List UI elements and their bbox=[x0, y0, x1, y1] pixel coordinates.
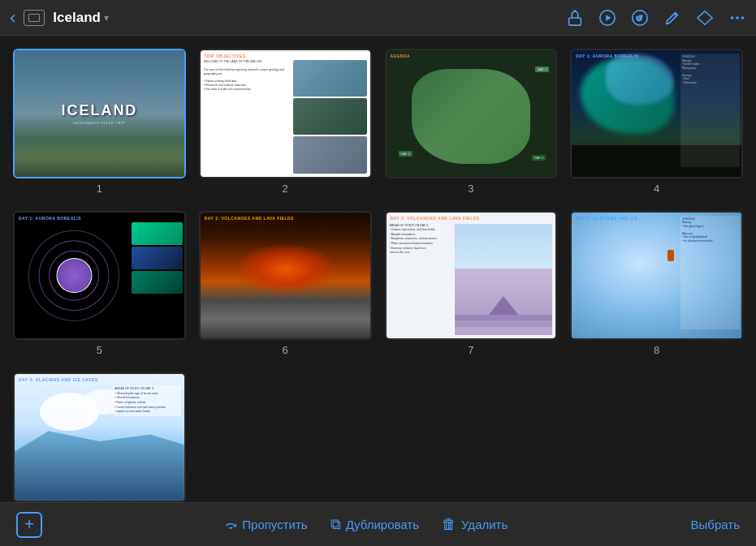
slide-thumbnail: DAY 3: GLACIERS AND ICE... SCHEDULEMorni… bbox=[570, 211, 743, 341]
skip-label: Пропустить bbox=[242, 518, 307, 531]
slide-thumbnail: AGENDA DAY 1 DAY 3 DAY 2 bbox=[385, 49, 558, 178]
svg-text:↺: ↺ bbox=[636, 13, 642, 22]
play-button[interactable] bbox=[598, 9, 616, 27]
presentation-title: Iceland bbox=[53, 10, 101, 26]
svg-point-7 bbox=[736, 16, 739, 19]
share-button[interactable] bbox=[566, 9, 584, 27]
slide-item[interactable]: DAY 3: GLACIERS AND ICE CAVES AREAS OF S… bbox=[13, 372, 186, 502]
slide-number: 7 bbox=[468, 344, 473, 356]
rewind-button[interactable]: ↺ bbox=[631, 9, 649, 27]
select-button[interactable]: Выбрать bbox=[691, 518, 740, 531]
slide-item[interactable]: DAY 2: VOLCANOES AND LAVA FIELDS 6 bbox=[199, 211, 372, 357]
slide-number: 3 bbox=[468, 183, 473, 195]
view-toggle-icon bbox=[28, 14, 40, 22]
slide-8-sidebar: SCHEDULEMorning:• See glacial lagoonAfte… bbox=[680, 216, 740, 329]
slide-number: 2 bbox=[283, 183, 288, 195]
slide-thumbnail: DAY 1: AURORA BOREALIS SCHEDULEMorning:•… bbox=[570, 49, 743, 178]
back-button[interactable]: ‹ bbox=[10, 9, 15, 27]
slide-6-title: DAY 2: VOLCANOES AND LAVA FIELDS bbox=[205, 216, 294, 221]
annotate-button[interactable] bbox=[663, 9, 681, 27]
bottom-bar: + ⤼ Пропустить ⧉ Дублировать 🗑 Удалить В… bbox=[0, 502, 756, 546]
slide-thumbnail: TRIP OBJECTIVES WELCOME TO THE LAND OF F… bbox=[199, 49, 372, 178]
skip-icon: ⤼ bbox=[225, 516, 237, 534]
svg-point-8 bbox=[741, 16, 745, 19]
slide-item[interactable]: TRIP OBJECTIVES WELCOME TO THE LAND OF F… bbox=[199, 49, 372, 195]
slide-4-title: DAY 1: AURORA BOREALIS bbox=[576, 54, 638, 58]
slide-item[interactable]: ICELAND GEOGRAPHY FIELD TRIP 1 bbox=[13, 49, 186, 195]
slide-item[interactable]: DAY 1: AURORA BOREALIS 5 bbox=[13, 211, 186, 357]
slide-thumbnail: DAY 3: GLACIERS AND ICE CAVES AREAS OF S… bbox=[13, 372, 186, 502]
slide-8-title: DAY 3: GLACIERS AND ICE... bbox=[576, 216, 642, 221]
bottom-center: ⤼ Пропустить ⧉ Дублировать 🗑 Удалить bbox=[42, 516, 691, 534]
slide-2-content: WELCOME TO THE LAND OF FIRE AND ICE The … bbox=[204, 60, 290, 174]
bottom-left: + bbox=[16, 512, 42, 538]
slide-number: 8 bbox=[654, 344, 659, 356]
duplicate-icon: ⧉ bbox=[330, 516, 341, 533]
add-slide-button[interactable]: + bbox=[16, 512, 42, 538]
slide-2-title: TRIP OBJECTIVES bbox=[204, 54, 367, 58]
add-icon: + bbox=[24, 515, 34, 534]
delete-button[interactable]: 🗑 Удалить bbox=[442, 516, 508, 533]
slides-container: ICELAND GEOGRAPHY FIELD TRIP 1 TRIP OBJE… bbox=[0, 36, 756, 502]
svg-rect-0 bbox=[569, 18, 581, 25]
delete-icon: 🗑 bbox=[442, 516, 456, 533]
delete-label: Удалить bbox=[461, 518, 508, 531]
slides-grid: ICELAND GEOGRAPHY FIELD TRIP 1 TRIP OBJE… bbox=[13, 49, 743, 502]
title-chevron-icon: ▾ bbox=[104, 12, 109, 24]
slide-9-title: DAY 3: GLACIERS AND ICE CAVES bbox=[19, 377, 98, 382]
top-bar: ‹ Iceland ▾ ↺ bbox=[0, 0, 756, 36]
more-button[interactable] bbox=[728, 9, 746, 27]
slide-4-sidebar: SCHEDULEMorning:• Northern lightsPhotogr… bbox=[680, 54, 740, 167]
slide-number: 1 bbox=[97, 183, 102, 195]
slide-number: 5 bbox=[97, 344, 102, 356]
slide-7-title: DAY 2: VOLCANOES AND LAVA FIELDS bbox=[391, 216, 480, 221]
slide-thumbnail: DAY 2: VOLCANOES AND LAVA FIELDS AREAS O… bbox=[385, 211, 558, 341]
shapes-button[interactable] bbox=[696, 9, 714, 27]
view-toggle-button[interactable] bbox=[24, 10, 45, 26]
svg-marker-5 bbox=[698, 11, 712, 24]
duplicate-label: Дублировать bbox=[346, 518, 419, 531]
duplicate-button[interactable]: ⧉ Дублировать bbox=[330, 516, 419, 533]
presentation-title-area[interactable]: Iceland ▾ bbox=[53, 10, 109, 26]
svg-marker-2 bbox=[606, 15, 611, 20]
slide-1-title: ICELAND bbox=[61, 102, 137, 119]
slide-5-title: DAY 1: AURORA BOREALIS bbox=[19, 216, 81, 221]
svg-point-6 bbox=[731, 16, 734, 19]
top-bar-right: ↺ bbox=[566, 9, 746, 27]
slide-item[interactable]: DAY 2: VOLCANOES AND LAVA FIELDS AREAS O… bbox=[385, 211, 558, 357]
slide-item[interactable]: DAY 1: AURORA BOREALIS SCHEDULEMorning:•… bbox=[570, 49, 743, 195]
slide-thumbnail: DAY 2: VOLCANOES AND LAVA FIELDS bbox=[199, 211, 372, 341]
slide-number: 4 bbox=[654, 183, 659, 195]
slide-thumbnail: ICELAND GEOGRAPHY FIELD TRIP bbox=[13, 49, 186, 178]
slide-3-title: AGENDA bbox=[391, 54, 411, 58]
bottom-right: Выбрать bbox=[691, 518, 740, 531]
slide-number: 6 bbox=[283, 344, 288, 356]
slide-item[interactable]: DAY 3: GLACIERS AND ICE... SCHEDULEMorni… bbox=[570, 211, 743, 357]
slide-1-subtitle: GEOGRAPHY FIELD TRIP bbox=[73, 121, 125, 125]
skip-button[interactable]: ⤼ Пропустить bbox=[225, 516, 307, 534]
top-bar-left: ‹ Iceland ▾ bbox=[10, 9, 109, 27]
slide-thumbnail: DAY 1: AURORA BOREALIS bbox=[13, 211, 186, 341]
slide-item[interactable]: AGENDA DAY 1 DAY 3 DAY 2 3 bbox=[385, 49, 558, 195]
